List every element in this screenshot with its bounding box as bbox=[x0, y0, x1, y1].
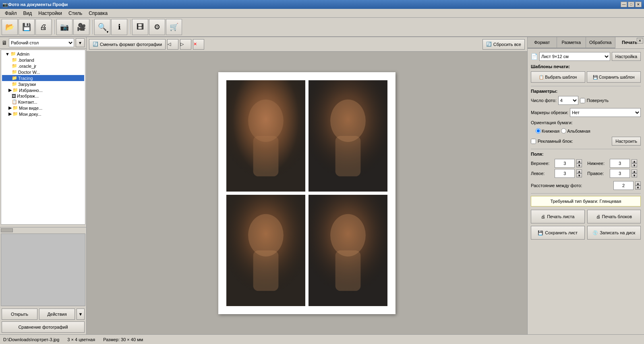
zoom-button[interactable]: 🔍▼ bbox=[94, 19, 110, 35]
orientation-radios: Книжная Альбомная bbox=[531, 128, 641, 133]
export-button[interactable]: ⚙ bbox=[149, 19, 165, 35]
tree-item-moivideo[interactable]: ▶ 📁 Мои виде... bbox=[2, 105, 84, 111]
folder-dropdown-button[interactable]: ▼ bbox=[76, 38, 85, 47]
paper-type-box: Требуемый тип бумаги: Глянцевая bbox=[531, 196, 641, 206]
tab-razmetka[interactable]: Разметка bbox=[557, 37, 586, 48]
open-file-button[interactable]: 📂 bbox=[2, 19, 18, 35]
sheet-setup-button[interactable]: Настройка bbox=[612, 52, 641, 61]
rotate-right-button[interactable]: ▷ bbox=[180, 39, 191, 50]
change-format-button[interactable]: 🔄 Сменить формат фотографии bbox=[89, 39, 166, 50]
margin-top-down[interactable]: ▼ bbox=[576, 163, 582, 167]
margin-bottom-down[interactable]: ▼ bbox=[632, 163, 637, 167]
params-title: Параметры: bbox=[531, 89, 641, 94]
save-template-button[interactable]: 💾 Сохранить шаблон bbox=[587, 71, 641, 83]
left-panel: 🖥 Рабочий стол ▼ ▼ 📁 Admin 📁 .borland 📁 bbox=[0, 37, 87, 334]
separator-1 bbox=[531, 86, 641, 86]
margin-left-down[interactable]: ▼ bbox=[576, 173, 582, 177]
open-button[interactable]: Открыть bbox=[2, 309, 37, 320]
menu-settings[interactable]: Настройки bbox=[35, 10, 65, 17]
portrait-radio-label[interactable]: Книжная bbox=[536, 128, 559, 133]
photo-slot-3[interactable] bbox=[226, 195, 305, 306]
crop-markers-select[interactable]: Нет bbox=[570, 108, 641, 117]
margin-top-input[interactable] bbox=[555, 159, 575, 168]
adblock-setup-button[interactable]: Настроить bbox=[612, 137, 641, 146]
rotate-checkbox[interactable] bbox=[580, 98, 585, 103]
tree-item-kontakty[interactable]: 📋 Контакт... bbox=[2, 99, 84, 105]
spacing-label: Расстояние между фото: bbox=[531, 183, 582, 188]
tree-item-oracle[interactable]: 📁 .oracle_jr bbox=[2, 63, 84, 69]
write-disk-button[interactable]: 💿 Записать на диск bbox=[587, 226, 641, 240]
margin-right-label: Правое: bbox=[587, 171, 608, 176]
sheet-selector[interactable]: Лист 9×12 см bbox=[539, 52, 610, 61]
folder-icon-moivideo: 📁 bbox=[12, 105, 18, 110]
photo-slot-1[interactable] bbox=[226, 80, 305, 192]
tree-item-tracing[interactable]: 📁 Tracing bbox=[2, 75, 84, 81]
video-button[interactable]: 🎞 bbox=[132, 19, 148, 35]
margin-top-spin: ▲ ▼ bbox=[576, 159, 586, 167]
tree-item-doctorw[interactable]: 📁 Doctor W... bbox=[2, 69, 84, 75]
print-sheet-button[interactable]: 🖨 Печать листа bbox=[531, 210, 585, 223]
cart-button[interactable]: 🛒 bbox=[166, 19, 182, 35]
minimize-button[interactable]: — bbox=[621, 2, 627, 7]
tree-item-izbrannoe[interactable]: ▶ 📁 Избранно... bbox=[2, 87, 84, 93]
tree-item-admin[interactable]: ▼ 📁 Admin bbox=[2, 51, 84, 57]
tree-item-izobrazhenia[interactable]: 🖼 Изображ... bbox=[2, 93, 84, 99]
maximize-button[interactable]: □ bbox=[628, 2, 634, 7]
margin-right-input[interactable] bbox=[610, 169, 630, 178]
separator-1 bbox=[54, 20, 54, 34]
spacing-input[interactable] bbox=[613, 181, 634, 190]
folder-icon-tracing: 📁 bbox=[12, 75, 17, 81]
tree-item-moidoku[interactable]: ▶ 📁 Мои доку... bbox=[2, 111, 84, 117]
margin-bottom-input[interactable] bbox=[610, 159, 630, 168]
print-blocks-button[interactable]: 🖨 Печать блоков bbox=[587, 210, 641, 223]
svg-point-14 bbox=[330, 214, 366, 256]
adblock-row: Рекламный блок: Настроить bbox=[531, 137, 641, 146]
margin-right-down[interactable]: ▼ bbox=[632, 173, 637, 177]
photo-slot-2[interactable] bbox=[309, 80, 387, 192]
menu-style[interactable]: Стиль bbox=[65, 10, 85, 17]
tree-item-zagruzki[interactable]: 📁 Загрузки bbox=[2, 81, 84, 87]
margin-bottom-up[interactable]: ▲ bbox=[632, 159, 637, 163]
folder-selector[interactable]: Рабочий стол bbox=[9, 38, 74, 47]
portrait-radio[interactable] bbox=[536, 128, 541, 133]
camera-button[interactable]: 📷 bbox=[56, 19, 72, 35]
tree-item-borland[interactable]: 📁 .borland bbox=[2, 57, 84, 63]
margin-left-up[interactable]: ▲ bbox=[576, 169, 582, 173]
margin-top-up[interactable]: ▲ bbox=[576, 159, 582, 163]
menu-help[interactable]: Справка bbox=[85, 10, 111, 17]
right-panel-close-button[interactable]: ✕ bbox=[637, 38, 643, 44]
folder-tree[interactable]: ▼ 📁 Admin 📁 .borland 📁 .oracle_jr 📁 Doct… bbox=[1, 50, 85, 225]
spacing-down[interactable]: ▼ bbox=[635, 186, 641, 190]
delete-button[interactable]: ✕ bbox=[193, 39, 204, 50]
landscape-radio[interactable] bbox=[561, 128, 566, 133]
rotate-left-button[interactable]: ◁ bbox=[167, 39, 178, 50]
margin-right-up[interactable]: ▲ bbox=[632, 169, 637, 173]
separator-2 bbox=[531, 149, 641, 149]
landscape-radio-label[interactable]: Альбомная bbox=[561, 128, 590, 133]
close-button[interactable]: ✕ bbox=[635, 2, 642, 7]
menu-file[interactable]: Файл bbox=[2, 10, 20, 17]
adblock-checkbox[interactable] bbox=[531, 139, 536, 144]
info-button[interactable]: ℹ bbox=[111, 19, 127, 35]
photo-slot-4[interactable] bbox=[309, 195, 387, 306]
actions-button[interactable]: Действия bbox=[39, 309, 75, 320]
save-button[interactable]: 💾 bbox=[19, 19, 35, 35]
menu-bar: Файл Вид Настройки Стиль Справка bbox=[0, 9, 644, 18]
compare-button[interactable]: Сравнение фотографий bbox=[2, 321, 85, 333]
menu-view[interactable]: Вид bbox=[20, 10, 35, 17]
reset-all-button[interactable]: 🔄 Сбросить все bbox=[482, 39, 525, 50]
actions-dropdown-button[interactable]: ▼ bbox=[77, 309, 85, 320]
status-size: Размер: 30 × 40 мм bbox=[103, 337, 143, 342]
margin-bottom-spin: ▲ ▼ bbox=[632, 159, 641, 167]
tab-obrabotka[interactable]: Обработка bbox=[586, 37, 615, 48]
scroll-thumb[interactable] bbox=[1, 228, 13, 232]
margin-left-input[interactable] bbox=[555, 169, 575, 178]
print-button[interactable]: 🖨 bbox=[35, 19, 52, 35]
tab-format[interactable]: Формат bbox=[528, 37, 557, 48]
photo-count-select[interactable]: 4 bbox=[558, 96, 578, 105]
select-template-button[interactable]: 📋 Выбрать шаблон bbox=[531, 71, 585, 83]
horizontal-scrollbar[interactable] bbox=[0, 227, 86, 233]
spacing-up[interactable]: ▲ bbox=[635, 181, 641, 186]
save-sheet-button[interactable]: 💾 Сохранить лист bbox=[531, 226, 585, 240]
webcam-button[interactable]: 🎥 bbox=[73, 19, 89, 35]
